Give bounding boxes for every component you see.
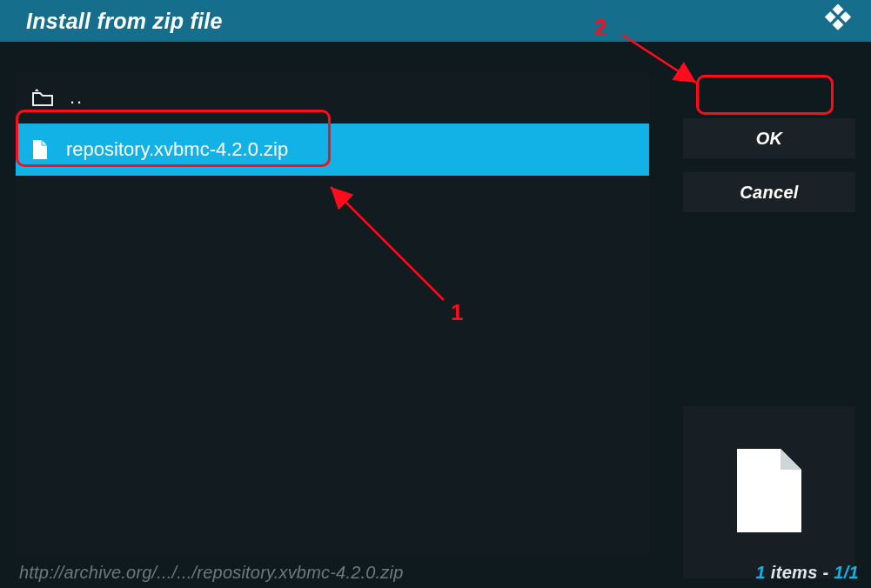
status-count-current: 1 [756,563,766,582]
status-page-current: 1 [834,563,843,582]
file-row-item-label: repository.xvbmc-4.2.0.zip [64,138,288,161]
svg-marker-3 [833,19,844,30]
preview-thumbnail-panel [683,406,855,578]
svg-marker-2 [825,11,836,23]
svg-marker-1 [840,11,851,23]
title-bar: Install from zip file [0,0,871,42]
file-icon [732,445,807,539]
file-row-parent-label: .. [64,86,84,109]
status-item-count: 1 items - 1/1 [756,563,859,583]
status-path: http://archive.org/.../.../repository.xv… [19,563,404,583]
ok-button-label: OK [756,129,783,149]
svg-marker-0 [833,3,844,15]
status-page-total: 1 [849,563,859,582]
cancel-button-label: Cancel [740,183,798,203]
kodi-logo-icon [821,2,855,40]
folder-up-icon [31,88,64,107]
status-count-label: items - [766,563,834,582]
file-row-item[interactable]: repository.xvbmc-4.2.0.zip [16,124,649,176]
file-row-parent[interactable]: .. [16,71,649,124]
cancel-button[interactable]: Cancel [683,172,855,212]
file-icon [31,139,64,160]
dialog-title: Install from zip file [26,9,223,34]
file-list-panel: .. repository.xvbmc-4.2.0.zip [16,71,649,556]
ok-button[interactable]: OK [683,118,855,158]
